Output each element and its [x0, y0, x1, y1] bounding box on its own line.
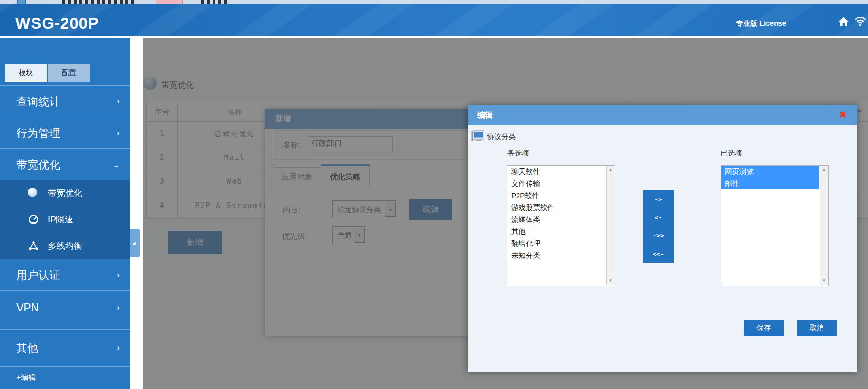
list-item[interactable]: 其他 [507, 225, 606, 237]
list-item-selected[interactable]: 邮件 [721, 178, 819, 189]
submenu-item-ip-limit[interactable]: IP限速 [0, 206, 130, 233]
save-button[interactable]: 保存 [744, 320, 784, 336]
transfer-buttons: -> <- ->> <<- [643, 190, 674, 263]
sphere-icon [28, 188, 39, 199]
transfer-to-left-button[interactable]: <- [643, 209, 674, 227]
dialog-edit-title: 编辑 [477, 111, 493, 121]
sidebar-edit-link[interactable]: +编辑 [16, 373, 36, 383]
sidebar-collapse-handle[interactable]: ◀ [130, 229, 140, 257]
dialog-edit: 编辑 ✖ 协议分类 备选项 已选项 聊天软件 文件传输 P2P软件 游戏股票软件… [468, 105, 857, 372]
sidebar-submenu: 带宽优化 IP限速 多线均衡 [0, 180, 130, 259]
sidebar-item-vpn[interactable]: VPN › [0, 290, 130, 324]
sidebar: 模块 配置 查询统计 › 行为管理 › 带宽优化 ⌄ 带宽优化 [0, 38, 130, 389]
browser-tab-text [201, 0, 230, 4]
browser-tab-strip [0, 0, 868, 4]
monitor-icon [471, 130, 484, 142]
cancel-button[interactable]: 取消 [797, 320, 837, 336]
section-label: 协议分类 [487, 133, 516, 142]
sidebar-item-user-auth[interactable]: 用户认证 › [0, 259, 130, 291]
submenu-item-label: IP限速 [48, 214, 73, 225]
submenu-item-bandwidth-opt[interactable]: 带宽优化 [0, 180, 130, 206]
close-icon: ✖ [839, 110, 846, 120]
tab-config[interactable]: 配置 [48, 64, 90, 82]
transfer-all-right-button[interactable]: ->> [643, 227, 674, 245]
sidebar-item-bandwidth[interactable]: 带宽优化 ⌄ [0, 148, 130, 180]
scrollbar[interactable]: ▲ ▼ [606, 166, 615, 285]
scroll-up-icon[interactable]: ▲ [820, 166, 828, 174]
gauge-icon [28, 214, 39, 225]
chevron-right-icon: › [117, 343, 120, 353]
list-item[interactable]: 文件传输 [507, 178, 606, 189]
app-header: WSG-200P 专业版 License [0, 4, 868, 36]
tab-modules[interactable]: 模块 [5, 64, 47, 82]
scroll-up-icon[interactable]: ▲ [607, 166, 615, 174]
sidebar-item-label: 行为管理 [16, 126, 60, 141]
submenu-item-load-balance[interactable]: 多线均衡 [0, 233, 130, 259]
collapse-left-icon: ◀ [132, 241, 136, 246]
list-item-selected[interactable]: 网页浏览 [721, 166, 819, 178]
list-item[interactable]: 未知分类 [507, 249, 606, 261]
sidebar-item-label: 其他 [16, 341, 38, 356]
sidebar-item-label: 查询统计 [16, 94, 60, 109]
list-item[interactable]: 流媒体类 [507, 213, 606, 225]
transfer-to-right-button[interactable]: -> [643, 190, 674, 209]
sidebar-item-label: 用户认证 [16, 268, 60, 283]
submenu-item-label: 多线均衡 [48, 240, 82, 252]
chevron-right-icon: › [117, 128, 120, 138]
submenu-item-label: 带宽优化 [48, 188, 82, 199]
product-logo: WSG-200P [15, 14, 99, 33]
list-item[interactable]: P2P软件 [507, 189, 606, 201]
chevron-right-icon: › [117, 97, 120, 106]
browser-tab-text [62, 0, 134, 4]
sidebar-gutter: ◀ [130, 38, 143, 389]
home-icon[interactable] [838, 16, 849, 27]
chevron-right-icon: › [117, 270, 120, 280]
sidebar-item-behavior[interactable]: 行为管理 › [0, 117, 130, 149]
scroll-down-icon[interactable]: ▼ [607, 277, 615, 285]
balance-icon [28, 240, 39, 252]
available-listbox[interactable]: 聊天软件 文件传输 P2P软件 游戏股票软件 流媒体类 其他 翻墙代理 未知分类… [507, 165, 615, 286]
transfer-all-left-button[interactable]: <<- [643, 245, 674, 263]
chevron-down-icon: ⌄ [113, 160, 120, 170]
available-label: 备选项 [507, 149, 529, 158]
tab-config-label: 配置 [62, 68, 76, 77]
sidebar-item-label: VPN [16, 301, 39, 314]
tab-modules-label: 模块 [19, 68, 33, 77]
sidebar-item-other[interactable]: 其他 › [0, 329, 130, 367]
close-button[interactable]: ✖ [839, 110, 846, 120]
selected-label: 已选项 [721, 149, 742, 158]
page: WSG-200P 专业版 License 模块 配置 查询统计 › 行为管理 › [0, 0, 868, 389]
sidebar-item-label: 带宽优化 [16, 157, 60, 172]
dialog-edit-header[interactable]: 编辑 ✖ [468, 105, 857, 125]
list-item[interactable]: 聊天软件 [507, 166, 606, 178]
chevron-right-icon: › [117, 303, 120, 312]
list-item[interactable]: 翻墙代理 [507, 237, 606, 249]
scroll-down-icon[interactable]: ▼ [820, 277, 828, 285]
list-item[interactable]: 游戏股票软件 [507, 201, 606, 213]
sidebar-item-query-stats[interactable]: 查询统计 › [0, 85, 130, 117]
wifi-icon[interactable] [854, 15, 867, 27]
scrollbar[interactable]: ▲ ▼ [820, 166, 828, 285]
license-label: 专业版 License [736, 19, 786, 28]
selected-listbox[interactable]: 网页浏览 邮件 ▲ ▼ [721, 165, 829, 286]
